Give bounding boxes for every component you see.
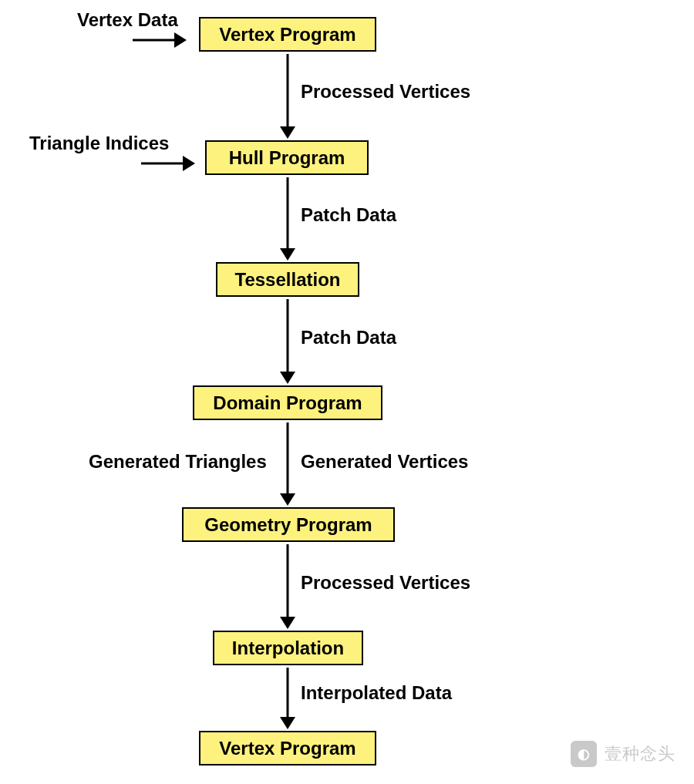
- watermark-icon: ◐: [571, 741, 597, 767]
- stage-tessellation: Tessellation: [216, 262, 359, 297]
- edge-processed-vertices-1: Processed Vertices: [301, 81, 470, 103]
- edge-generated-vertices: Generated Vertices: [301, 451, 468, 473]
- stage-geometry-program: Geometry Program: [182, 507, 395, 542]
- edge-processed-vertices-2: Processed Vertices: [301, 572, 470, 594]
- edge-patch-data-2: Patch Data: [301, 327, 396, 348]
- input-vertex-data-label: Vertex Data: [77, 9, 178, 31]
- edge-generated-triangles: Generated Triangles: [89, 451, 267, 473]
- stage-vertex-program-1: Vertex Program: [199, 17, 376, 52]
- watermark-text: 壹种念头: [605, 742, 675, 765]
- stage-domain-program: Domain Program: [193, 385, 382, 420]
- input-triangle-indices-label: Triangle Indices: [29, 133, 169, 154]
- pipeline-diagram: Vertex Data Triangle Indices Vertex Prog…: [0, 0, 694, 784]
- stage-interpolation: Interpolation: [213, 631, 363, 665]
- stage-hull-program: Hull Program: [205, 140, 369, 175]
- edge-patch-data-1: Patch Data: [301, 204, 396, 226]
- watermark: ◐ 壹种念头: [571, 741, 675, 767]
- stage-vertex-program-2: Vertex Program: [199, 731, 376, 765]
- edge-interpolated-data: Interpolated Data: [301, 682, 452, 704]
